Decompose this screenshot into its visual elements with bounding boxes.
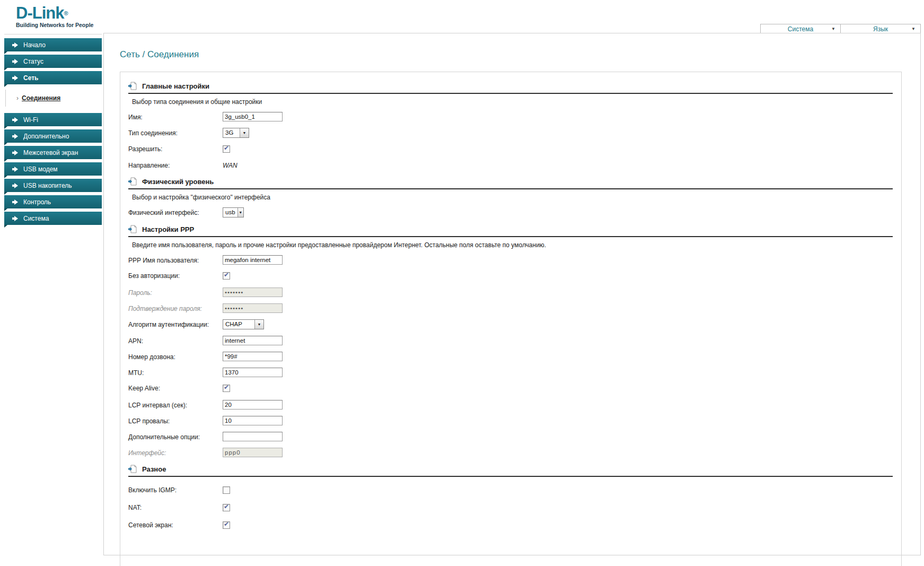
- arrow-right-icon: [12, 216, 19, 221]
- field-row-direction: Направление: WAN: [128, 161, 894, 170]
- ppp-username-input[interactable]: [223, 255, 283, 265]
- section-divider: [128, 476, 893, 477]
- password-input: [223, 288, 283, 297]
- field-row-nat: NAT: ✔: [128, 503, 894, 512]
- section-divider: [128, 93, 893, 94]
- sidebar-item-label: Контроль: [23, 198, 51, 206]
- checkmark-icon: ✔: [224, 384, 229, 391]
- field-label: Тип соединения:: [128, 129, 223, 137]
- physical-interface-select[interactable]: usb ▼: [223, 207, 244, 217]
- field-label: APN:: [128, 337, 223, 345]
- sidebar-item-home[interactable]: Начало: [4, 38, 102, 51]
- sidebar-item-usb-modem[interactable]: USB модем: [4, 162, 102, 176]
- field-label: Включить IGMP:: [128, 486, 223, 494]
- section-title: Главные настройки: [142, 82, 209, 90]
- sidebar-item-advanced[interactable]: Дополнительно: [4, 129, 102, 143]
- arrow-right-icon: [12, 75, 19, 81]
- section-divider: [128, 188, 893, 189]
- selected-value: 3G: [223, 128, 240, 137]
- content-panel: Сеть / Соединения Главные настройки Выбо…: [103, 33, 921, 555]
- logo-brand: D-Link®: [16, 5, 93, 21]
- allow-checkbox[interactable]: ✔: [223, 145, 230, 153]
- chevron-down-icon: ▼: [258, 323, 261, 326]
- sidebar-item-label: Система: [23, 215, 49, 222]
- field-label: Разрешить:: [128, 145, 223, 153]
- checkmark-icon: ✔: [224, 503, 229, 510]
- arrow-right-icon: [12, 117, 19, 123]
- section-header-physical: Физический уровень: [128, 177, 894, 186]
- field-row-interface: Интерфейс:: [128, 448, 894, 457]
- sidebar-item-label: Wi-Fi: [23, 116, 38, 124]
- name-input[interactable]: [223, 112, 283, 121]
- sidebar-item-usb-storage[interactable]: USB накопитель: [4, 179, 102, 192]
- arrow-right-icon: [12, 199, 19, 205]
- field-label: Алгоритм аутентификации:: [128, 320, 223, 328]
- lcp-interval-input[interactable]: [223, 400, 283, 410]
- sidebar-item-control[interactable]: Контроль: [4, 195, 102, 208]
- dial-number-input[interactable]: [223, 352, 283, 361]
- nat-checkbox[interactable]: ✔: [223, 504, 230, 511]
- field-row-mtu: MTU:: [128, 368, 894, 377]
- sidebar-item-label: Начало: [23, 41, 46, 49]
- field-row-connection-type: Тип соединения: 3G ▼: [128, 128, 894, 138]
- sidebar-item-firewall[interactable]: Межсетевой экран: [4, 146, 102, 159]
- selected-value: CHAP: [223, 320, 254, 329]
- field-row-dial-number: Номер дозвона:: [128, 352, 894, 361]
- sidebar-item-system[interactable]: Система: [4, 212, 102, 225]
- registered-mark: ®: [64, 10, 68, 16]
- section-icon: [128, 465, 137, 473]
- section-header-ppp: Настройки PPP: [128, 225, 894, 233]
- arrow-right-icon: [12, 150, 19, 155]
- field-label: PPP Имя пользователя:: [128, 256, 223, 264]
- connection-type-select[interactable]: 3G ▼: [223, 128, 249, 138]
- field-label: Направление:: [128, 161, 223, 169]
- auth-algorithm-select[interactable]: CHAP ▼: [223, 319, 264, 329]
- extra-options-input[interactable]: [223, 432, 283, 441]
- keep-alive-checkbox[interactable]: ✔: [223, 385, 230, 392]
- field-row-password: Пароль:: [128, 288, 894, 297]
- section-description: Выбор типа соединения и общие настройки: [132, 98, 894, 106]
- igmp-checkbox[interactable]: [223, 486, 230, 494]
- sidebar-submenu: ›Соединения: [5, 90, 102, 107]
- sidebar-item-label: Сеть: [23, 74, 38, 82]
- chevron-down-icon: ▼: [243, 131, 247, 135]
- field-label: NAT:: [128, 503, 223, 511]
- no-auth-checkbox[interactable]: ✔: [223, 272, 230, 280]
- section-icon: [128, 82, 137, 90]
- arrow-right-icon: [12, 59, 19, 64]
- field-label: Подтверждение пароля:: [128, 304, 223, 312]
- dropdown-button[interactable]: ▼: [237, 208, 243, 217]
- dropdown-button[interactable]: ▼: [240, 128, 249, 137]
- logo-tagline: Building Networks for People: [16, 22, 93, 28]
- section-header-misc: Разное: [128, 465, 894, 473]
- dropdown-button[interactable]: ▼: [254, 320, 263, 329]
- checkmark-icon: ✔: [224, 520, 229, 528]
- field-row-lcp-interval: LCP интервал (сек):: [128, 400, 894, 410]
- interface-input: [223, 448, 283, 457]
- section-title: Разное: [142, 465, 166, 473]
- firewall-checkbox[interactable]: ✔: [223, 521, 230, 529]
- sidebar-item-wifi[interactable]: Wi-Fi: [4, 113, 102, 126]
- apn-input[interactable]: [223, 336, 283, 345]
- chevron-down-icon: ▼: [831, 27, 835, 31]
- sidebar-item-network[interactable]: Сеть: [4, 71, 102, 84]
- field-row-keep-alive: Keep Alive: ✔: [128, 384, 894, 393]
- mtu-input[interactable]: [223, 368, 283, 377]
- sidebar-item-connections[interactable]: Соединения: [22, 94, 60, 102]
- field-label: Номер дозвона:: [128, 353, 223, 361]
- field-label: Сетевой экран:: [128, 521, 223, 529]
- lcp-fails-input[interactable]: [223, 416, 283, 425]
- field-label: Физический интерфейс:: [128, 208, 223, 216]
- section-description: Введите имя пользователя, пароль и прочи…: [132, 241, 894, 249]
- field-label: Без авторизации:: [128, 272, 223, 280]
- field-row-ppp-username: PPP Имя пользователя:: [128, 255, 894, 265]
- field-row-no-auth: Без авторизации: ✔: [128, 271, 894, 280]
- field-row-lcp-fails: LCP провалы:: [128, 416, 894, 425]
- section-icon: [128, 177, 137, 186]
- submenu-arrow-icon: ›: [16, 94, 19, 102]
- sidebar-item-status[interactable]: Статус: [4, 55, 102, 68]
- field-row-extra-options: Дополнительные опции:: [128, 432, 894, 441]
- section-icon: [128, 225, 137, 233]
- sidebar-item-label: USB накопитель: [23, 182, 72, 189]
- sidebar-item-label: USB модем: [23, 166, 58, 173]
